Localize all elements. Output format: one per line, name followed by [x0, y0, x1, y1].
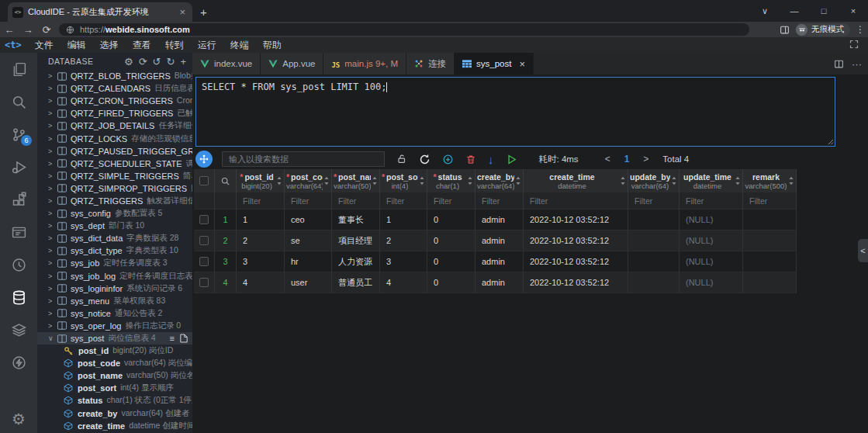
- db-settings-icon[interactable]: ⚙: [124, 56, 133, 68]
- grid-cell[interactable]: (NULL): [680, 251, 743, 272]
- grid-cell[interactable]: [743, 230, 797, 251]
- filter-cell[interactable]: Filter: [332, 192, 380, 210]
- row-select-cell[interactable]: [194, 251, 215, 272]
- menu-item[interactable]: 查看: [126, 39, 158, 52]
- sort-icon[interactable]: [671, 176, 677, 185]
- export-icon[interactable]: ↓: [488, 153, 494, 166]
- database-icon[interactable]: [0, 281, 37, 313]
- menu-item[interactable]: 终端: [223, 39, 256, 52]
- filter-cell[interactable]: Filter: [380, 192, 427, 210]
- tab-close-icon[interactable]: ×: [177, 6, 188, 18]
- search-input[interactable]: [222, 151, 385, 167]
- sort-icon[interactable]: [788, 176, 794, 185]
- grid-cell[interactable]: 0: [427, 210, 475, 230]
- power-tools-icon[interactable]: [0, 346, 37, 379]
- address-bar[interactable]: https://webide.sinosoft.com: [59, 23, 749, 36]
- grid-cell[interactable]: 2022-10-12 03:52:12: [524, 272, 628, 293]
- table-tree-item[interactable]: >sys_dict_type字典类型表 10: [37, 244, 192, 257]
- move-button[interactable]: [195, 151, 213, 168]
- field-tree-item[interactable]: post_idbigint(20) 岗位ID: [37, 345, 192, 357]
- column-header[interactable]: *post_codevarchar(64): [285, 169, 332, 192]
- row-number[interactable]: 3: [215, 251, 237, 272]
- row-select-cell[interactable]: [194, 272, 215, 293]
- grid-cell[interactable]: admin: [475, 251, 524, 272]
- run-debug-icon[interactable]: [0, 151, 37, 183]
- close-icon[interactable]: ×: [519, 58, 525, 70]
- table-tree-item[interactable]: >sys_menu菜单权限表 83: [37, 295, 192, 307]
- row-select-cell[interactable]: [194, 230, 215, 251]
- menu-item[interactable]: 编辑: [61, 39, 93, 52]
- browser-menu-icon[interactable]: ⋮: [856, 24, 865, 35]
- grid-cell[interactable]: 人力资源: [332, 251, 380, 272]
- field-tree-item[interactable]: statuschar(1) 状态 (0正常 1停用): [37, 394, 192, 407]
- table-tree-item[interactable]: >sys_job定时任务调度表 3: [37, 257, 192, 269]
- grid-cell[interactable]: 4: [237, 272, 285, 293]
- grid-cell[interactable]: (NULL): [680, 210, 743, 230]
- grid-cell[interactable]: [628, 230, 680, 251]
- next-page-icon[interactable]: >: [643, 154, 648, 165]
- table-tree-item[interactable]: >QRTZ_TRIGGERS触发器详细信息表 3: [37, 195, 192, 207]
- sort-icon[interactable]: [515, 176, 521, 185]
- table-tree-item[interactable]: >QRTZ_CALENDARS日历信息表 0: [37, 82, 192, 95]
- maximize-icon[interactable]: □: [809, 6, 839, 16]
- web-preview-icon[interactable]: [0, 216, 37, 248]
- reload-icon[interactable]: ⟳: [37, 24, 56, 36]
- grid-cell[interactable]: 3: [380, 251, 427, 272]
- grid-cell[interactable]: 3: [237, 251, 285, 272]
- source-control-icon[interactable]: 6: [0, 118, 37, 151]
- table-tree-item[interactable]: >QRTZ_SCHEDULER_STATE调度器状...: [37, 158, 192, 170]
- menu-item[interactable]: 选择: [93, 39, 126, 52]
- grid-cell[interactable]: admin: [475, 272, 524, 293]
- table-tree-item[interactable]: >sys_dict_data字典数据表 28: [37, 232, 192, 244]
- editor-tab[interactable]: 连接: [406, 53, 455, 74]
- filter-cell[interactable]: Filter: [285, 192, 332, 210]
- filter-cell[interactable]: Filter: [524, 192, 628, 210]
- editor-tab[interactable]: JSmain.js 9+, M: [323, 53, 406, 74]
- editor-tab[interactable]: sys_post×: [455, 53, 534, 74]
- grid-cell[interactable]: user: [285, 272, 332, 293]
- extensions-icon[interactable]: [0, 183, 37, 216]
- table-tree-item[interactable]: >sys_oper_log操作日志记录 0: [37, 320, 192, 332]
- table-tree-item[interactable]: >sys_logininfor系统访问记录 6: [37, 282, 192, 295]
- grid-cell[interactable]: ceo: [285, 210, 332, 230]
- table-tree-item[interactable]: >QRTZ_FIRED_TRIGGERS已触发的触...: [37, 107, 192, 120]
- grid-cell[interactable]: [628, 210, 680, 230]
- filter-cell[interactable]: Filter: [475, 192, 524, 210]
- checkbox[interactable]: [199, 236, 209, 245]
- profile-chip[interactable]: 无痕模式: [795, 23, 850, 36]
- grid-cell[interactable]: [628, 251, 680, 272]
- delete-row-icon[interactable]: [465, 154, 476, 165]
- checkbox[interactable]: [199, 215, 209, 224]
- back-icon[interactable]: ←: [0, 24, 19, 36]
- table-tree-item[interactable]: >QRTZ_SIMPROP_TRIGGERS同步机...: [37, 182, 192, 195]
- grid-cell[interactable]: 2: [380, 230, 427, 251]
- column-header[interactable]: create_timedatetime: [524, 169, 628, 192]
- table-tree-item[interactable]: >QRTZ_LOCKS存储的悲观锁信息表 2: [37, 132, 192, 144]
- grid-cell[interactable]: 0: [427, 251, 475, 272]
- table-tree-item[interactable]: >sys_job_log定时任务调度日志表 0: [37, 270, 192, 282]
- column-header[interactable]: create_byvarchar(64): [475, 169, 524, 192]
- table-tree-item[interactable]: >QRTZ_BLOB_TRIGGERSBlob类型的...: [37, 70, 192, 82]
- column-header[interactable]: *post_idbigint(20): [237, 169, 285, 192]
- grid-cell[interactable]: 董事长: [332, 210, 380, 230]
- column-header[interactable]: *post_sortint(4): [380, 169, 427, 192]
- grid-cell[interactable]: admin: [475, 210, 524, 230]
- column-header[interactable]: *statuschar(1): [427, 169, 475, 192]
- layers-icon[interactable]: [0, 313, 37, 346]
- grid-cell[interactable]: se: [285, 230, 332, 251]
- field-tree-item[interactable]: post_sortint(4) 显示顺序: [37, 382, 192, 394]
- select-all-cell[interactable]: [194, 169, 215, 192]
- fullscreen-icon[interactable]: [849, 40, 859, 49]
- grid-cell[interactable]: 0: [427, 272, 475, 293]
- field-tree-item[interactable]: post_codevarchar(64) 岗位编码: [37, 357, 192, 369]
- grid-cell[interactable]: 0: [427, 230, 475, 251]
- grid-cell[interactable]: (NULL): [680, 272, 743, 293]
- column-header[interactable]: update_byvarchar(64): [628, 169, 680, 192]
- grid-cell[interactable]: [743, 251, 797, 272]
- column-header[interactable]: update_timedatetime: [680, 169, 743, 192]
- resize-handle-icon[interactable]: [828, 139, 834, 145]
- grid-cell[interactable]: 普通员工: [332, 272, 380, 293]
- sql-editor[interactable]: SELECT * FROM sys_post LIMIT 100;: [195, 77, 835, 147]
- menu-item[interactable]: 帮助: [256, 39, 289, 52]
- forward-icon[interactable]: →: [19, 24, 37, 36]
